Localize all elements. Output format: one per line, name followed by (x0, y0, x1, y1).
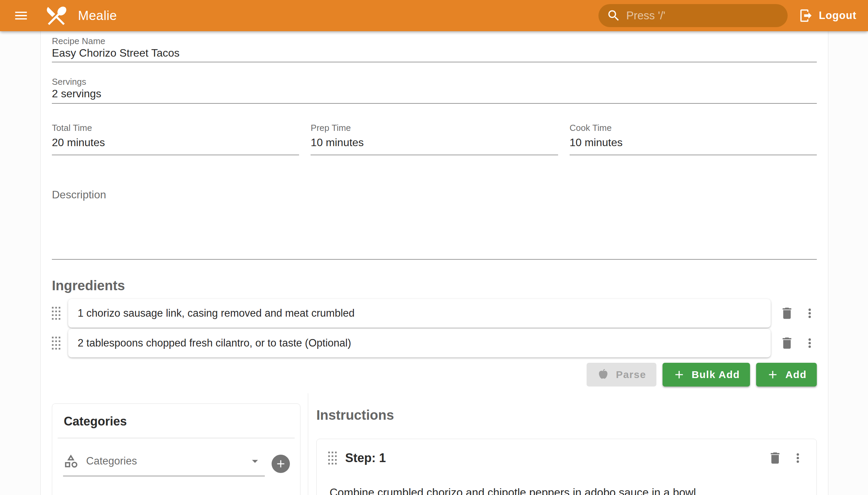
categories-column: Categories Categories (52, 393, 301, 495)
drag-handle-icon[interactable] (52, 336, 62, 351)
categories-select[interactable]: Categories (63, 452, 265, 476)
instruction-step-card: Step: 1 Combine crumbled chorizo and chi… (316, 439, 817, 495)
ingredient-actions-row: Parse Bulk Add Add (52, 363, 817, 387)
search-icon (607, 8, 621, 23)
bulk-add-button[interactable]: Bulk Add (663, 363, 750, 387)
add-category-button[interactable] (272, 455, 290, 473)
plus-icon (766, 368, 779, 381)
add-label: Add (785, 369, 806, 380)
recipe-name-label: Recipe Name (52, 36, 817, 46)
chevron-down-icon[interactable] (248, 454, 262, 468)
logout-icon (799, 8, 813, 23)
step-header: Step: 1 (328, 450, 805, 465)
total-time-value[interactable]: 20 minutes (52, 136, 299, 149)
instructions-column: Instructions Step: 1 Combine crumbled ch… (308, 393, 817, 495)
delete-step-button[interactable] (768, 450, 783, 465)
mealie-logo-icon (44, 3, 69, 29)
app-title: Mealie (78, 8, 117, 23)
apple-icon (597, 368, 610, 381)
ingredient-menu-button[interactable] (803, 306, 817, 320)
ingredient-row: 1 chorizo sausage link, casing removed a… (52, 299, 817, 327)
recipe-name-field[interactable]: Recipe Name Easy Chorizo Street Tacos (52, 36, 817, 62)
menu-icon[interactable] (12, 7, 30, 24)
description-field[interactable]: Description (52, 188, 817, 260)
add-button[interactable]: Add (756, 363, 817, 387)
bulk-add-label: Bulk Add (692, 369, 740, 380)
cook-time-field[interactable]: Cook Time 10 minutes (569, 123, 817, 155)
cook-time-value[interactable]: 10 minutes (569, 136, 817, 149)
instructions-heading: Instructions (316, 407, 817, 423)
prep-time-label: Prep Time (310, 123, 558, 133)
ingredient-text: 1 chorizo sausage link, casing removed a… (78, 307, 355, 319)
time-fields-row: Total Time 20 minutes Prep Time 10 minut… (52, 123, 817, 155)
total-time-field[interactable]: Total Time 20 minutes (52, 123, 299, 155)
kebab-menu-icon (803, 336, 817, 350)
trash-icon (768, 450, 783, 465)
drag-handle-icon[interactable] (328, 450, 338, 465)
parse-button[interactable]: Parse (586, 363, 656, 387)
search-input[interactable] (626, 9, 780, 22)
servings-field[interactable]: Servings 2 servings (52, 76, 817, 104)
search-box[interactable] (598, 4, 788, 27)
plus-icon (673, 368, 685, 381)
drag-handle-icon[interactable] (52, 306, 62, 321)
step-title: Step: 1 (345, 451, 759, 465)
categories-card-title: Categories (52, 404, 300, 438)
prep-time-value[interactable]: 10 minutes (310, 136, 558, 149)
prep-time-field[interactable]: Prep Time 10 minutes (310, 123, 558, 155)
ingredient-text: 2 tablespoons chopped fresh cilantro, or… (78, 337, 351, 349)
kebab-menu-icon (803, 306, 817, 320)
step-text-input[interactable]: Combine crumbled chorizo and chipotle pe… (328, 485, 805, 495)
servings-value[interactable]: 2 servings (52, 87, 817, 100)
delete-ingredient-button[interactable] (780, 336, 795, 351)
app-bar: Mealie Logout (0, 0, 868, 31)
categories-select-label: Categories (86, 455, 248, 467)
cook-time-label: Cook Time (569, 123, 817, 133)
ingredient-menu-button[interactable] (803, 336, 817, 350)
bottom-section: Categories Categories Instructions (52, 393, 817, 495)
ingredient-input[interactable]: 1 chorizo sausage link, casing removed a… (68, 299, 771, 327)
logout-button[interactable]: Logout (797, 5, 858, 27)
servings-label: Servings (52, 76, 817, 87)
total-time-label: Total Time (52, 123, 299, 133)
categories-select-row: Categories (52, 438, 300, 476)
ingredient-row: 2 tablespoons chopped fresh cilantro, or… (52, 329, 817, 357)
plus-icon (275, 458, 287, 470)
logout-label: Logout (819, 10, 856, 22)
ingredient-input[interactable]: 2 tablespoons chopped fresh cilantro, or… (68, 329, 771, 357)
step-menu-button[interactable] (791, 451, 805, 465)
categories-card: Categories Categories (52, 404, 301, 495)
shapes-icon (63, 453, 79, 469)
ingredients-heading: Ingredients (52, 277, 817, 294)
recipe-name-value[interactable]: Easy Chorizo Street Tacos (52, 46, 817, 60)
trash-icon (780, 306, 795, 321)
kebab-menu-icon (791, 451, 805, 465)
parse-label: Parse (616, 369, 646, 380)
trash-icon (780, 336, 795, 351)
recipe-editor-card: Recipe Name Easy Chorizo Street Tacos Se… (40, 31, 828, 495)
description-label: Description (52, 188, 817, 201)
delete-ingredient-button[interactable] (780, 306, 795, 321)
